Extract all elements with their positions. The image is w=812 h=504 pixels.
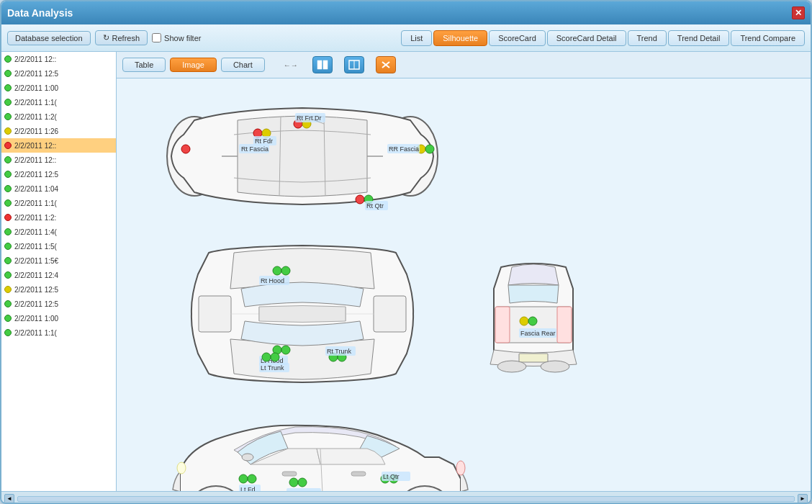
svg-text:Lt Fd: Lt Fd (240, 486, 256, 491)
refresh-button[interactable]: ↻ Refresh (95, 30, 148, 45)
svg-point-93 (242, 454, 253, 461)
left-panel: 2/2/2011 12:: 2/2/2011 12:5 2/2/2011 1:0… (1, 52, 117, 491)
sub-tab-table[interactable]: Table (122, 58, 166, 72)
svg-text:Lt Qtr: Lt Qtr (383, 473, 400, 480)
list-item[interactable]: 2/2/2011 1:2( (1, 109, 116, 124)
database-selection-button[interactable]: Database selection (7, 31, 91, 45)
car-top-view: Rt Fascia RR Fascia Rt (122, 84, 805, 230)
list-item[interactable]: 2/2/2011 1:04 (1, 181, 116, 196)
svg-rect-65 (557, 307, 572, 343)
car-svg-top: Rt Fascia RR Fascia Rt (122, 84, 468, 228)
svg-point-28 (425, 145, 434, 153)
show-filter-label: Show filter (164, 34, 201, 42)
list-item-selected[interactable]: 2/2/2011 12:: (1, 138, 116, 153)
car-svg-side: Fascia Rear (479, 238, 587, 390)
close-button[interactable]: ✕ (792, 6, 805, 19)
svg-point-95 (248, 474, 256, 483)
svg-rect-44 (199, 296, 231, 332)
list-item[interactable]: 2/2/2011 1:5€ (1, 253, 116, 268)
list-item[interactable]: 2/2/2011 12:5 (1, 167, 116, 181)
bottom-bar: ◄ ► (1, 491, 811, 504)
car-sedan-view: Lt Fd Lt Frt Dr Lt Qtr (122, 400, 805, 491)
list-item[interactable]: 2/2/2011 1:26 (1, 124, 116, 138)
window-title: Data Analysis (7, 7, 73, 19)
sub-toolbar: Table Image Chart ←→ (117, 52, 811, 78)
right-panel: Table Image Chart ←→ (117, 52, 811, 491)
car-view-area[interactable]: Rt Fascia RR Fascia Rt (117, 78, 811, 491)
list-item[interactable]: 2/2/2011 12:: (1, 153, 116, 167)
list-item[interactable]: 2/2/2011 1:5( (1, 239, 116, 253)
svg-point-91 (177, 462, 186, 474)
svg-text:Rt Fascia: Rt Fascia (241, 145, 269, 153)
list-item[interactable]: 2/2/2011 1:1( (1, 95, 116, 109)
main-window: Data Analysis ✕ Database selection ↻ Ref… (0, 0, 812, 504)
svg-point-56 (281, 346, 290, 354)
list-item[interactable]: 2/2/2011 12:5 (1, 297, 116, 311)
svg-text:Lt Trunk: Lt Trunk (261, 364, 284, 372)
tab-scorecard[interactable]: ScoreCard (489, 30, 546, 46)
svg-point-60 (271, 353, 279, 361)
svg-point-67 (497, 361, 526, 372)
tab-scorecard-detail[interactable]: ScoreCard Detail (547, 30, 626, 46)
tab-silhouette[interactable]: Silhouette (433, 30, 487, 46)
svg-rect-1 (323, 60, 328, 69)
show-filter-container: Show filter (152, 33, 201, 42)
list-item[interactable]: 2/2/2011 1:4( (1, 225, 116, 239)
svg-point-48 (281, 266, 290, 275)
svg-rect-0 (317, 60, 322, 69)
svg-rect-64 (495, 307, 510, 343)
svg-text:RR Fascia: RR Fascia (389, 145, 419, 153)
svg-point-40 (356, 195, 364, 204)
icon-btn-1[interactable] (312, 56, 333, 73)
svg-rect-73 (282, 472, 297, 476)
list-item[interactable]: 2/2/2011 1:00 (1, 311, 116, 325)
svg-point-99 (298, 478, 307, 487)
svg-point-24 (181, 145, 190, 153)
svg-text:Fascia Rear: Fascia Rear (520, 330, 556, 337)
tab-trend-compare[interactable]: Trend Compare (731, 30, 805, 46)
title-bar: Data Analysis ✕ (1, 1, 811, 24)
icon-btn-3[interactable] (376, 56, 396, 73)
list-item[interactable]: 2/2/2011 12:5 (1, 66, 116, 81)
nav-tabs: List Silhouette ScoreCard ScoreCard Deta… (401, 30, 805, 46)
svg-text:Rt Qtr: Rt Qtr (366, 202, 384, 210)
tab-list[interactable]: List (401, 30, 432, 46)
svg-text:Rt Hood: Rt Hood (261, 277, 284, 284)
content-area: 2/2/2011 12:: 2/2/2011 12:5 2/2/2011 1:0… (1, 52, 811, 491)
scroll-left-button[interactable]: ◄ (4, 494, 14, 504)
svg-text:Rt Fdr: Rt Fdr (255, 138, 273, 145)
tab-trend-detail[interactable]: Trend Detail (668, 30, 730, 46)
svg-point-98 (289, 478, 298, 487)
svg-text:Lt Frt Dr: Lt Frt Dr (288, 490, 312, 491)
car-svg-sedan: Lt Fd Lt Frt Dr Lt Qtr (122, 400, 540, 491)
list-item[interactable]: 2/2/2011 1:00 (1, 81, 116, 95)
toolbar: Database selection ↻ Refresh Show filter… (1, 24, 811, 52)
sub-tab-image[interactable]: Image (170, 58, 217, 72)
icon-btn-2[interactable] (344, 56, 364, 73)
svg-text:Rt Frt Dr: Rt Frt Dr (297, 114, 322, 122)
svg-text:Rt Trunk: Rt Trunk (327, 348, 352, 355)
list-item[interactable]: 2/2/2011 12:: (1, 52, 116, 66)
car-side-view: Fascia Rear (479, 238, 587, 391)
scroll-right-button[interactable]: ► (798, 494, 808, 504)
svg-rect-45 (374, 296, 406, 332)
car-svg-topdown: Rt Hood Rt Trunk (122, 238, 468, 390)
list-item[interactable]: 2/2/2011 12:5 (1, 282, 116, 297)
car-topdown-view: Rt Hood Rt Trunk (122, 238, 468, 391)
svg-rect-66 (519, 354, 548, 362)
tab-trend[interactable]: Trend (628, 30, 667, 46)
svg-point-70 (528, 317, 537, 325)
car-middle-row: Rt Hood Rt Trunk (122, 238, 805, 391)
show-filter-checkbox[interactable] (152, 33, 161, 42)
list-item[interactable]: 2/2/2011 1:2: (1, 210, 116, 225)
sub-tab-chart[interactable]: Chart (221, 58, 265, 72)
svg-point-59 (262, 353, 271, 361)
refresh-icon: ↻ (103, 33, 109, 42)
svg-point-47 (273, 266, 281, 275)
list-item[interactable]: 2/2/2011 1:1( (1, 196, 116, 210)
list-item[interactable]: 2/2/2011 12:4 (1, 268, 116, 282)
svg-point-94 (239, 474, 248, 483)
svg-rect-74 (351, 472, 366, 476)
list-item[interactable]: 2/2/2011 1:1( (1, 325, 116, 340)
svg-point-92 (456, 461, 465, 475)
